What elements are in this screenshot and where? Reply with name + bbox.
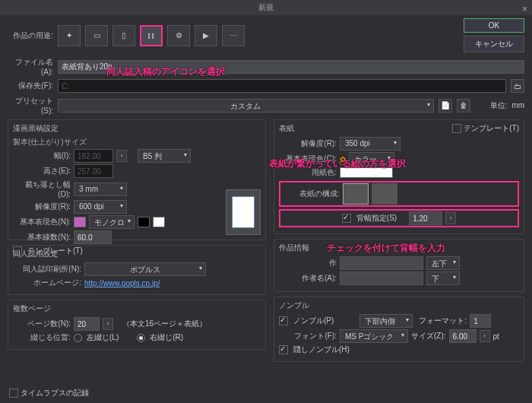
paper-color-swatch[interactable] (340, 167, 393, 178)
close-icon[interactable]: × (522, 2, 527, 17)
purpose-icon-3[interactable]: ▯ (112, 25, 135, 46)
author-pos-dropdown[interactable]: 下 (426, 271, 460, 285)
preset-del-icon[interactable]: 🗑 (457, 99, 470, 113)
color-preview-icon (74, 217, 86, 227)
filename-input[interactable] (58, 60, 524, 74)
cover-layout-split[interactable] (372, 183, 397, 205)
nombre-check[interactable] (279, 316, 288, 325)
filename-label: ファイル名(A): (8, 57, 53, 76)
bind-left-radio[interactable] (74, 334, 82, 342)
size-dropdown[interactable]: B5 判 (138, 149, 191, 163)
dpi-dropdown[interactable]: 600 dpi (74, 200, 127, 214)
preset-dropdown[interactable]: カスタム (58, 99, 434, 113)
nombre-pos-dropdown[interactable]: 下部内側 (359, 314, 413, 328)
purpose-icon-2[interactable]: ▭ (85, 25, 108, 46)
font-dropdown[interactable]: MS Pゴシック (340, 329, 408, 343)
cover-dpi-dropdown[interactable]: 350 dpi (340, 137, 401, 151)
cancel-button[interactable]: キャンセル (464, 36, 524, 52)
width-input[interactable] (74, 149, 113, 163)
author-input[interactable] (340, 271, 423, 285)
swatch-white[interactable] (153, 217, 165, 227)
manga-section: 漫画原稿設定 製本(仕上がり)サイズ 幅(I):›B5 判 高さ(E): 裁ち落… (8, 119, 266, 240)
bleed-dropdown[interactable]: 3 mm (74, 182, 127, 196)
spine-input[interactable] (409, 211, 442, 225)
purpose-label: 作品の用途: (8, 30, 53, 41)
work-input[interactable] (340, 256, 423, 270)
window-title: 新規 (258, 3, 274, 11)
info-section: 作品情報 作左下 作者名(A):下 (274, 239, 524, 292)
printer-dropdown[interactable]: ポプルス (84, 262, 206, 276)
saveto-input[interactable] (58, 79, 506, 93)
hidden-nombre-check[interactable] (279, 345, 288, 354)
homepage-link[interactable]: http://www.popls.co.jp/ (84, 279, 160, 287)
swatch-black[interactable] (138, 217, 150, 227)
unit-value: mm (511, 101, 524, 109)
timelapse-check[interactable] (9, 389, 18, 398)
purpose-icon-1[interactable]: ✦ (58, 25, 81, 46)
unit-label: 単位: (490, 100, 508, 111)
work-pos-dropdown[interactable]: 左下 (426, 256, 460, 270)
cover-section: 表紙 テンプレート(T) 解像度(R):350 dpi 基本表現色(C):✿カラ… (274, 119, 524, 234)
spine-check[interactable] (342, 214, 351, 223)
purpose-icon-5[interactable]: ⚙ (167, 25, 190, 46)
multipage-section: 複数ページ ページ数(N):›（本文16ページ＋表紙） 綴じる位置:左綴じ(L)… (8, 300, 266, 350)
preset-save-icon[interactable]: 📄 (439, 99, 452, 113)
template-check-r[interactable] (452, 124, 461, 133)
saveto-label: 保存先(F): (8, 81, 53, 91)
purpose-icon-more[interactable]: ⋯ (222, 25, 245, 46)
lines-input[interactable] (74, 230, 112, 244)
preset-label: プリセット(S): (8, 96, 53, 115)
nombre-section: ノンブル ノンブル(P)下部内側フォーマット: フォント(F):MS Pゴシック… (274, 297, 524, 362)
ok-button[interactable]: OK (464, 18, 524, 33)
cover-color-dropdown[interactable]: カラー (349, 152, 394, 166)
fontsize-input[interactable] (449, 329, 477, 343)
height-input[interactable] (74, 164, 113, 178)
format-input[interactable] (470, 314, 491, 328)
doujin-section: 同人誌用設定 同人誌印刷所(N):ポプルス ホームページ:http://www.… (8, 245, 266, 295)
page-preview (226, 189, 261, 235)
purpose-icon-doujin[interactable]: ⫿⫿ (140, 25, 163, 46)
purpose-icon-6[interactable]: ▶ (195, 25, 217, 46)
folder-icon[interactable]: 🗀 (511, 79, 524, 93)
pages-input[interactable] (74, 317, 100, 331)
color-dropdown[interactable]: モノクロ (89, 215, 135, 229)
bind-right-radio[interactable] (137, 334, 145, 342)
cover-layout-joined[interactable] (343, 183, 369, 205)
